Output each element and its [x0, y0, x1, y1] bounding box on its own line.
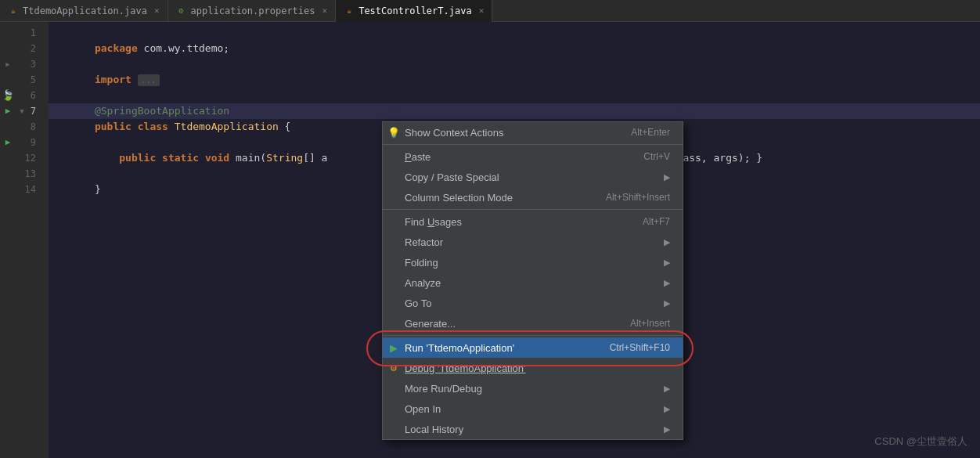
code-line-3: import ... [49, 56, 980, 72]
java-icon: ☕ [8, 5, 19, 16]
menu-paste-shortcut: Ctrl+V [643, 151, 670, 162]
tab-testcontroller[interactable]: ☕ TestControllerT.java ✕ [336, 0, 492, 22]
watermark: CSDN @尘世壹俗人 [874, 435, 967, 449]
menu-show-context-actions-shortcut: Alt+Enter [631, 127, 670, 138]
lightbulb-icon: 💡 [387, 126, 400, 139]
menu-folding[interactable]: Folding ▶ [383, 252, 683, 272]
menu-analyze-label: Analyze [405, 277, 658, 289]
context-menu: 💡 Show Context Actions Alt+Enter Paste C… [382, 121, 683, 440]
menu-local-history[interactable]: Local History ▶ [383, 419, 683, 439]
menu-find-usages-shortcut: Alt+F7 [643, 216, 670, 227]
gutter-line-6: 🍃 6 [0, 88, 42, 103]
menu-column-selection-shortcut: Alt+Shift+Insert [606, 192, 670, 203]
menu-show-context-actions-label: Show Context Actions [405, 127, 615, 139]
menu-run[interactable]: ▶ Run 'TtdemoApplication' Ctrl+Shift+F10 [383, 337, 683, 358]
tab-ttdemo-close[interactable]: ✕ [154, 5, 160, 16]
tab-bar: ☕ TtdemoApplication.java ✕ ⚙ application… [0, 0, 980, 22]
tab-ttdemo-label: TtdemoApplication.java [23, 5, 147, 16]
submenu-arrow-analyze: ▶ [664, 278, 670, 288]
menu-copy-paste-special[interactable]: Copy / Paste Special ▶ [383, 167, 683, 187]
menu-copy-paste-special-label: Copy / Paste Special [405, 171, 658, 183]
tab-props-close[interactable]: ✕ [322, 5, 328, 16]
menu-more-run-debug-label: More Run/Debug [405, 383, 658, 395]
spring-icon: 🍃 [2, 89, 14, 102]
tab-props-label: application.properties [191, 5, 315, 16]
gutter-line-1: 1 [0, 25, 42, 41]
gutter-line-7: ▶ ▼ 7 [0, 103, 42, 119]
debug-icon: ⚙ [387, 362, 400, 374]
menu-paste-label: Paste [405, 151, 628, 163]
menu-generate-shortcut: Alt+Insert [630, 318, 670, 329]
menu-go-to[interactable]: Go To ▶ [383, 293, 683, 313]
gutter-line-13: 13 [0, 166, 42, 182]
menu-refactor-label: Refactor [405, 236, 658, 248]
fold-icon-7[interactable]: ▼ [16, 105, 28, 117]
menu-debug-label: Debug 'TtdemoApplication' [405, 362, 670, 374]
menu-folding-label: Folding [405, 257, 658, 269]
gutter-line-3: ▶ 3 [0, 56, 42, 72]
gutter-line-12: 12 [0, 150, 42, 166]
menu-show-context-actions[interactable]: 💡 Show Context Actions Alt+Enter [383, 122, 683, 142]
run-gutter-icon[interactable]: ▶ [2, 105, 14, 117]
menu-paste[interactable]: Paste Ctrl+V [383, 146, 683, 167]
gutter: 1 2 ▶ 3 5 🍃 6 ▶ ▼ 7 8 ▶ 9 12 [0, 22, 49, 458]
code-line-5 [49, 72, 980, 88]
props-icon: ⚙ [176, 5, 187, 16]
menu-find-usages[interactable]: Find Usages Alt+F7 [383, 211, 683, 232]
submenu-arrow-more-run: ▶ [664, 384, 670, 394]
menu-separator-1 [383, 144, 683, 145]
menu-column-selection[interactable]: Column Selection Mode Alt+Shift+Insert [383, 187, 683, 207]
code-line-6: @SpringBootApplication [49, 88, 980, 103]
menu-open-in-label: Open In [405, 403, 658, 415]
menu-analyze[interactable]: Analyze ▶ [383, 272, 683, 293]
gutter-line-9: ▶ 9 [0, 135, 42, 150]
tab-testcontroller-close[interactable]: ✕ [479, 5, 485, 16]
submenu-arrow-refactor: ▶ [664, 237, 670, 247]
menu-refactor[interactable]: Refactor ▶ [383, 232, 683, 252]
submenu-arrow-go-to: ▶ [664, 298, 670, 308]
submenu-arrow-open-in: ▶ [664, 404, 670, 414]
gutter-line-5: 5 [0, 72, 42, 88]
gutter-line-2: 2 [0, 41, 42, 56]
menu-generate-label: Generate... [405, 318, 614, 330]
run-gutter-icon-9[interactable]: ▶ [2, 136, 14, 149]
menu-column-selection-label: Column Selection Mode [405, 192, 590, 204]
tab-ttdemo[interactable]: ☕ TtdemoApplication.java ✕ [0, 0, 168, 22]
menu-open-in[interactable]: Open In ▶ [383, 398, 683, 419]
menu-run-shortcut: Ctrl+Shift+F10 [610, 342, 670, 353]
fold-icon-3[interactable]: ▶ [2, 58, 14, 70]
gutter-line-14: 14 [0, 182, 42, 197]
menu-debug[interactable]: ⚙ Debug 'TtdemoApplication' [383, 358, 683, 378]
menu-more-run-debug[interactable]: More Run/Debug ▶ [383, 378, 683, 398]
menu-separator-3 [383, 335, 683, 336]
submenu-arrow-local-history: ▶ [664, 424, 670, 435]
menu-local-history-label: Local History [405, 424, 658, 435]
menu-run-label: Run 'TtdemoApplication' [405, 342, 594, 354]
menu-go-to-label: Go To [405, 298, 658, 309]
menu-generate[interactable]: Generate... Alt+Insert [383, 313, 683, 334]
menu-find-usages-label: Find Usages [405, 216, 627, 228]
gutter-line-8: 8 [0, 119, 42, 135]
submenu-arrow-folding: ▶ [664, 258, 670, 268]
tab-props[interactable]: ⚙ application.properties ✕ [168, 0, 337, 22]
submenu-arrow-copy: ▶ [664, 172, 670, 182]
menu-separator-2 [383, 209, 683, 210]
code-line-1: package com.wy.ttdemo; [49, 25, 980, 41]
java-icon-2: ☕ [344, 5, 355, 16]
run-icon: ▶ [387, 341, 400, 354]
tab-testcontroller-label: TestControllerT.java [358, 5, 472, 16]
